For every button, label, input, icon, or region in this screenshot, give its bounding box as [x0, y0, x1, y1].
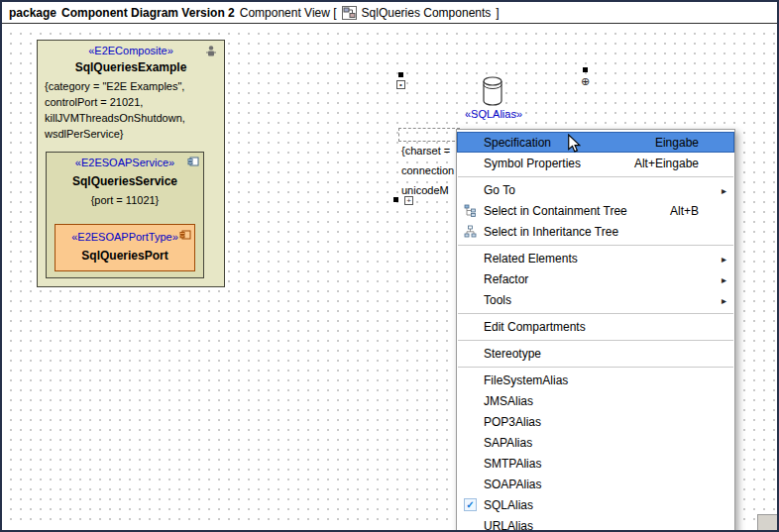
menu-item-label: POP3Alias [484, 415, 541, 429]
port-name: SqlQueriesPort [56, 249, 194, 263]
scroll-corner [757, 514, 777, 530]
composite-name: SqlQueriesExample [38, 60, 224, 74]
component-sqlqueriesexample[interactable]: «E2EComposite» SqlQueriesExample {catego… [37, 40, 225, 287]
service-stereotype: «E2ESOAPService» [47, 157, 203, 168]
component-sqlqueriesservice[interactable]: «E2ESOAPService» SqlQueriesService {port… [46, 152, 204, 278]
component-diagram-icon [342, 6, 357, 20]
submenu-arrow-icon: ▸ [722, 294, 726, 305]
expand-plus-icon[interactable]: ⊕ [581, 76, 590, 86]
service-name: SqlQueriesService [47, 174, 203, 188]
close-bracket: ] [496, 6, 499, 20]
menu-separator [458, 313, 733, 314]
menu-item-stereotype[interactable]: Stereotype [457, 343, 734, 364]
submenu-arrow-icon: ▸ [722, 253, 726, 264]
menu-item-pop3-alias[interactable]: POP3Alias [457, 411, 734, 432]
diagram-window: package Component Diagram Version 2 Comp… [0, 0, 779, 532]
menu-item-label: Edit Compartments [484, 320, 586, 334]
port-stereotype: «E2ESOAPPortType» [56, 231, 194, 243]
menu-item-soap-alias[interactable]: SOAPAlias [457, 474, 734, 494]
expand-box-icon[interactable]: + [404, 196, 413, 205]
menu-icon-slot: ✓ [457, 498, 484, 511]
menu-item-url-alias[interactable]: URLAlias [457, 515, 734, 532]
menu-item-label: Select in Inheritance Tree [484, 225, 618, 239]
selection-frame [398, 128, 460, 142]
view-prefix: Component View [ [240, 6, 337, 20]
selection-handle[interactable] [393, 197, 398, 202]
menu-item-label: Specification [484, 136, 551, 150]
menu-item-sql-alias[interactable]: ✓ SQLAlias [457, 494, 734, 515]
menu-item-tools[interactable]: Tools ▸ [457, 289, 734, 310]
selection-handle[interactable] [583, 67, 588, 72]
submenu-arrow-icon: ▸ [722, 273, 726, 284]
database-icon[interactable] [481, 75, 504, 111]
menu-separator [458, 245, 733, 246]
containment-tree-icon [457, 204, 484, 217]
menu-item-shortcut: Alt+B [670, 204, 699, 218]
menu-item-symbol-properties[interactable]: Symbol Properties Alt+Eingabe [457, 153, 734, 173]
menu-item-select-in-inheritance-tree[interactable]: Select in Inheritance Tree [457, 221, 734, 242]
check-icon: ✓ [464, 498, 477, 511]
menu-item-label: Symbol Properties [484, 157, 581, 170]
menu-item-shortcut: Alt+Eingabe [634, 157, 699, 170]
sqlalias-tagged-values: {charset = connection unicodeM [401, 141, 454, 200]
diagram-frame-header: package Component Diagram Version 2 Comp… [2, 2, 777, 24]
component-sqlqueriesport[interactable]: «E2ESOAPPortType» SqlQueriesPort [55, 224, 195, 271]
inheritance-tree-icon [457, 225, 484, 238]
sqlalias-stereotype-label[interactable]: «SQLAlias» [458, 108, 529, 120]
menu-separator [458, 367, 733, 368]
diagram-keyword: package [9, 6, 56, 20]
context-menu: Specification Eingabe Symbol Properties … [456, 129, 735, 532]
menu-item-go-to[interactable]: Go To ▸ [457, 179, 734, 200]
menu-item-label: Go To [484, 183, 515, 197]
menu-item-specification[interactable]: Specification Eingabe [457, 132, 734, 153]
menu-item-edit-compartments[interactable]: Edit Compartments [457, 316, 734, 337]
menu-item-label: SOAPAlias [484, 478, 541, 491]
menu-item-label: Select in Containment Tree [484, 204, 627, 218]
menu-separator [458, 176, 733, 177]
submenu-arrow-icon: ▸ [722, 184, 726, 195]
mouse-cursor [567, 134, 581, 158]
menu-item-label: Stereotype [484, 347, 541, 361]
menu-item-select-in-containment-tree[interactable]: Select in Containment Tree Alt+B [457, 200, 734, 221]
menu-item-label: JMSAlias [484, 394, 533, 408]
service-tagged-values: {port = 11021} [47, 192, 203, 208]
menu-separator [458, 340, 733, 341]
menu-item-label: SQLAlias [484, 498, 533, 512]
menu-item-file-system-alias[interactable]: FileSystemAlias [457, 370, 734, 390]
diagram-name: SqlQueries Components [362, 6, 492, 20]
menu-item-refactor[interactable]: Refactor ▸ [457, 268, 734, 289]
menu-item-label: FileSystemAlias [484, 373, 568, 387]
menu-item-label: Tools [484, 293, 511, 307]
menu-item-related-elements[interactable]: Related Elements ▸ [457, 248, 734, 268]
package-name: Component Diagram Version 2 [61, 6, 235, 20]
menu-item-label: URLAlias [484, 519, 533, 532]
composite-stereotype: «E2EComposite» [38, 45, 224, 56]
menu-item-sap-alias[interactable]: SAPAlias [457, 432, 734, 453]
collapse-marker-icon[interactable]: • [396, 80, 405, 89]
menu-item-shortcut: Eingabe [655, 136, 699, 150]
selection-handle[interactable] [398, 72, 403, 77]
menu-item-label: SAPAlias [484, 436, 532, 450]
composite-tagged-values: {category = "E2E Examples", controlPort … [45, 78, 220, 142]
menu-item-label: Refactor [484, 272, 528, 286]
menu-item-label: Related Elements [484, 252, 578, 266]
menu-item-jms-alias[interactable]: JMSAlias [457, 390, 734, 411]
menu-item-smtp-alias[interactable]: SMTPAlias [457, 453, 734, 474]
menu-item-label: SMTPAlias [484, 457, 541, 471]
